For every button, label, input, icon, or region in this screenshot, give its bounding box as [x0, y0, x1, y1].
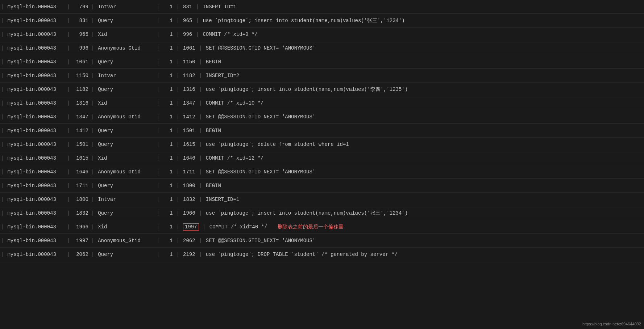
col-info: 1316 | use `pingtouge`; insert into stud… — [180, 86, 644, 93]
col-info: 1615 | use `pingtouge`; delete from stud… — [180, 142, 644, 147]
pipe4: | — [157, 18, 160, 24]
col-type: Query — [95, 87, 157, 92]
col-num: 1 — [161, 31, 176, 37]
pipe5: | — [176, 73, 179, 79]
col-file: mysql-bin.000043 — [4, 155, 66, 161]
col-pos: 1347 — [71, 114, 91, 120]
col-type: Xid — [95, 155, 157, 161]
table-row: | mysql-bin.000043 | 1347 | Anonymous_Gt… — [0, 110, 644, 124]
col-endpos-val: 831 — [183, 4, 192, 10]
table-row: | mysql-bin.000043 | 1061 | Query | 1 | … — [0, 55, 644, 69]
highlighted-endpos: 1997 — [183, 223, 199, 231]
pipe4: | — [157, 183, 160, 189]
col-endpos-val: 1412 — [183, 114, 195, 120]
col-type: Query — [95, 252, 157, 257]
table-row: | mysql-bin.000043 | 831 | Query | 1 | 9… — [0, 14, 644, 28]
pipe2: | — [67, 59, 70, 65]
pipe4: | — [157, 73, 160, 79]
col-pos: 1316 — [71, 100, 91, 106]
pipe2: | — [67, 73, 70, 79]
table-row: | mysql-bin.000043 | 1997 | Anonymous_Gt… — [0, 234, 644, 248]
col-type: Intvar — [95, 73, 157, 79]
pipe3: | — [91, 238, 94, 244]
pipe5: | — [176, 210, 179, 216]
col-info: 1061 | SET @@SESSION.GTID_NEXT= 'ANONYMO… — [180, 45, 644, 51]
col-info: 1412 | SET @@SESSION.GTID_NEXT= 'ANONYMO… — [180, 114, 644, 120]
col-info: 1966 | use `pingtouge`; insert into stud… — [180, 210, 644, 216]
table-row: | mysql-bin.000043 | 1412 | Query | 1 | … — [0, 124, 644, 138]
col-file: mysql-bin.000043 — [4, 100, 66, 106]
table-row: | mysql-bin.000043 | 1966 | Xid | 1 | 19… — [0, 220, 644, 234]
col-file: mysql-bin.000043 — [4, 114, 66, 120]
col-type: Anonymous_Gtid — [95, 45, 157, 51]
col-endpos-val: 1316 — [183, 87, 195, 92]
col-pos: 799 — [71, 4, 91, 10]
pipe4: | — [157, 197, 160, 202]
col-info: 1501 | BEGIN — [180, 128, 644, 134]
table-row: | mysql-bin.000043 | 1711 | Query | 1 | … — [0, 179, 644, 193]
col-type: Query — [95, 142, 157, 147]
pipe2: | — [67, 238, 70, 244]
col-file: mysql-bin.000043 — [4, 169, 66, 175]
col-file: mysql-bin.000043 — [4, 197, 66, 202]
col-info-val: SET @@SESSION.GTID_NEXT= 'ANONYMOUS' — [206, 238, 315, 244]
col-info-val: COMMIT /* xid=12 */ — [206, 155, 264, 161]
col-info: 1646 | COMMIT /* xid=12 */ — [180, 155, 644, 161]
col-info-val: BEGIN — [206, 59, 221, 65]
col-num: 1 — [161, 45, 176, 51]
col-num: 1 — [161, 155, 176, 161]
pipe1: | — [1, 59, 4, 65]
col-info: 1347 | COMMIT /* xid=10 */ — [180, 100, 644, 106]
col-type: Anonymous_Gtid — [95, 238, 157, 244]
pipe1: | — [1, 252, 4, 257]
col-num: 1 — [161, 210, 176, 216]
table-row: | mysql-bin.000043 | 1501 | Query | 1 | … — [0, 138, 644, 151]
pipe1: | — [1, 210, 4, 216]
col-endpos-val: 1501 — [183, 128, 195, 134]
col-endpos-val: 1711 — [183, 169, 195, 175]
table-row: | mysql-bin.000043 | 1646 | Anonymous_Gt… — [0, 165, 644, 179]
table-row: | mysql-bin.000043 | 1150 | Intvar | 1 |… — [0, 69, 644, 83]
col-info: 1832 | INSERT_ID=1 — [180, 197, 644, 202]
pipe1: | — [1, 18, 4, 24]
highlighted-info: COMMIT /* xid=40 */ — [209, 224, 267, 230]
col-file: mysql-bin.000043 — [4, 45, 66, 51]
col-info: 1997 | COMMIT /* xid=40 */ 删除表之前的最后一个偏移量 — [180, 223, 644, 231]
col-info: 1800 | BEGIN — [180, 183, 644, 189]
table-row: | mysql-bin.000043 | 965 | Xid | 1 | 996… — [0, 28, 644, 41]
col-info: 965 | use `pingtouge`; insert into stude… — [180, 17, 644, 24]
col-num: 1 — [161, 197, 176, 202]
pipe2: | — [67, 128, 70, 134]
pipe2: | — [67, 87, 70, 92]
pipe1: | — [1, 128, 4, 134]
col-pos: 1150 — [71, 73, 91, 79]
col-endpos-val: 1832 — [183, 197, 195, 202]
col-endpos-val: 1966 — [183, 210, 195, 216]
col-pos: 1061 — [71, 59, 91, 65]
col-pos: 1615 — [71, 155, 91, 161]
pipe4: | — [157, 155, 160, 161]
col-info-val: use `pingtouge`; insert into student(nam… — [206, 210, 408, 216]
pipe4: | — [157, 252, 160, 257]
col-endpos-val: 965 — [183, 18, 192, 24]
col-file: mysql-bin.000043 — [4, 87, 66, 92]
pipe1: | — [1, 169, 4, 175]
col-type: Anonymous_Gtid — [95, 169, 157, 175]
pipe5: | — [176, 183, 179, 189]
pipe4: | — [157, 100, 160, 106]
col-pos: 1501 — [71, 142, 91, 147]
col-info: 1182 | INSERT_ID=2 — [180, 73, 644, 79]
pipe5: | — [176, 238, 179, 244]
col-type: Xid — [95, 31, 157, 37]
col-type: Intvar — [95, 4, 157, 10]
col-endpos-val: 1061 — [183, 45, 195, 51]
col-type: Xid — [95, 224, 157, 230]
pipe1: | — [1, 31, 4, 37]
col-pos: 1997 — [71, 238, 91, 244]
pipe1: | — [1, 73, 4, 79]
table-row: | mysql-bin.000043 | 1832 | Query | 1 | … — [0, 206, 644, 220]
col-file: mysql-bin.000043 — [4, 210, 66, 216]
watermark: https://blog.csdn.net/z694644032 — [582, 322, 641, 326]
col-info-val: INSERT_ID=1 — [203, 4, 236, 10]
pipe2: | — [67, 155, 70, 161]
